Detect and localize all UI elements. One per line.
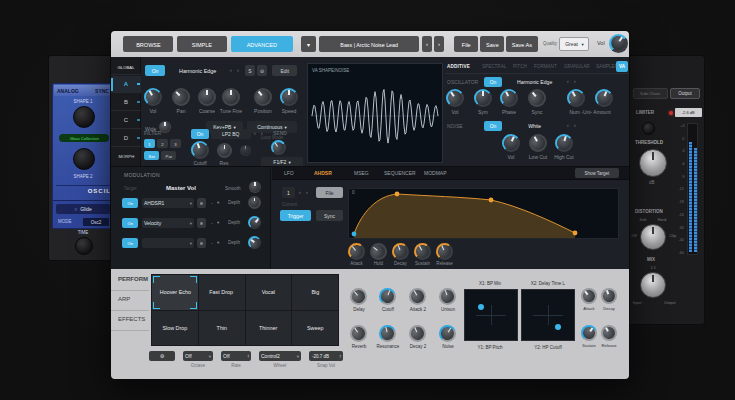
tab-ahdsr[interactable]: AHDSR: [314, 170, 332, 176]
noise-next-icon[interactable]: ›: [574, 122, 576, 128]
mod-row1-shape-chevron[interactable]: ▾: [217, 200, 219, 205]
osc-vol-knob[interactable]: [446, 89, 464, 107]
env-release-knob[interactable]: [436, 243, 453, 260]
filter-serial-button[interactable]: Ser: [144, 151, 159, 160]
env-index-box[interactable]: 1: [282, 187, 295, 198]
osc-phase-knob[interactable]: [500, 89, 518, 107]
env-decay-knob[interactable]: [392, 243, 409, 260]
perform-settings-button[interactable]: ⚙: [149, 351, 175, 361]
send-knob[interactable]: [271, 140, 286, 155]
source-coarse-knob[interactable]: [198, 88, 216, 106]
snap-vol-stepper[interactable]: -20.7 dB▴▾: [309, 351, 343, 361]
source-vol-knob[interactable]: [144, 88, 162, 106]
source-speed-knob[interactable]: [280, 88, 298, 106]
rate-stepper[interactable]: Off▴▾: [221, 351, 251, 361]
osc-on-button[interactable]: On: [484, 77, 502, 87]
perform-attack2-knob[interactable]: [409, 288, 426, 305]
source-position-knob[interactable]: [254, 88, 272, 106]
va-tab-sampler[interactable]: SAMPLER: [596, 64, 618, 69]
perform-unison-knob[interactable]: [439, 288, 456, 305]
xy2-handle[interactable]: [555, 324, 561, 330]
mix-knob[interactable]: [640, 272, 666, 298]
osc-prev-icon[interactable]: ‹: [567, 78, 569, 84]
tab-effects[interactable]: EFFECTS: [118, 316, 145, 322]
mod-row3-shape[interactable]: -: [208, 238, 216, 248]
source-edit-button[interactable]: Edit: [272, 65, 297, 76]
env-sustain-knob[interactable]: [414, 243, 431, 260]
shape2-knob[interactable]: [73, 148, 95, 170]
mod-row2-e-button[interactable]: E: [197, 218, 206, 228]
mod-row3-depth-knob[interactable]: [248, 236, 261, 249]
noise-vol-knob[interactable]: [502, 134, 520, 152]
wheel-dropdown[interactable]: Control2▾: [259, 351, 301, 361]
osc-type-dropdown[interactable]: Harmonic Edge: [505, 77, 565, 87]
tab-modmap[interactable]: MODMAP: [424, 170, 447, 176]
osc-uni-num-knob[interactable]: [567, 89, 585, 107]
stepper-down-icon[interactable]: ▾: [247, 356, 249, 358]
va-tab-pitch[interactable]: PITCH: [513, 64, 527, 69]
osc-uni-amount-knob[interactable]: [595, 89, 613, 107]
perform-release-knob[interactable]: [601, 325, 617, 341]
mod-row2-on[interactable]: On: [122, 218, 138, 228]
filter-parallel-button[interactable]: Par: [161, 151, 176, 160]
nav-global[interactable]: GLOBAL: [111, 60, 141, 75]
perform-delay-knob[interactable]: [350, 288, 367, 305]
osc-next-icon[interactable]: ›: [574, 78, 576, 84]
octave-dropdown[interactable]: Off▾: [183, 351, 213, 361]
save-button[interactable]: Save: [480, 36, 504, 52]
mod-row2-shape-chevron[interactable]: ▾: [217, 220, 219, 225]
save-as-button[interactable]: Save As: [506, 36, 538, 52]
master-volume-knob[interactable]: [609, 34, 628, 53]
xy-pad-2[interactable]: [521, 289, 575, 341]
tab-perform[interactable]: PERFORM: [118, 276, 148, 282]
source-fine-knob[interactable]: [222, 88, 240, 106]
xy-pad-1[interactable]: [464, 289, 518, 341]
limiter-knob[interactable]: [642, 122, 655, 135]
threshold-knob[interactable]: [639, 149, 667, 177]
noise-lowcut-knob[interactable]: [529, 134, 547, 152]
filter-slot-1[interactable]: 1: [144, 139, 155, 148]
pad-big[interactable]: Big: [292, 275, 338, 310]
file-button[interactable]: File: [454, 36, 478, 52]
filter-slot-3[interactable]: 3: [170, 139, 181, 148]
pad-fast-drop[interactable]: Fast Drop: [199, 275, 245, 310]
show-target-button[interactable]: Show Target: [575, 168, 619, 178]
pad-slow-drop[interactable]: Slow Drop: [152, 311, 198, 346]
va-tab-granular[interactable]: GRANULAR: [564, 64, 590, 69]
perform-attack-knob[interactable]: [581, 288, 597, 304]
tab-arp[interactable]: ARP: [118, 296, 130, 302]
noise-type-dropdown[interactable]: White: [505, 121, 565, 131]
filter-on-button[interactable]: On: [191, 129, 209, 139]
env-prev-icon[interactable]: ‹: [299, 189, 301, 195]
env-file-button[interactable]: File: [316, 187, 343, 198]
source-pan-knob[interactable]: [172, 88, 190, 106]
perform-resonance-knob[interactable]: [379, 325, 396, 342]
perform-noise-knob[interactable]: [439, 325, 456, 342]
browse-button[interactable]: BROWSE: [123, 36, 173, 52]
nav-source-b[interactable]: B: [111, 94, 141, 111]
va-tab-va[interactable]: VA: [616, 61, 628, 72]
mod-row1-source[interactable]: AHDSR1▾: [142, 198, 194, 208]
osc-sync-knob[interactable]: [528, 89, 546, 107]
mod-row3-on[interactable]: On: [122, 238, 138, 248]
nav-source-c[interactable]: C: [111, 112, 141, 129]
pad-hoover-echo[interactable]: Hoover Echo: [152, 275, 198, 310]
pad-vocal[interactable]: Vocal: [246, 275, 292, 310]
mode-value[interactable]: Osc2: [83, 218, 109, 226]
glass-collection-badge[interactable]: Glass Collection: [59, 134, 109, 142]
pad-thinner[interactable]: Thinner: [246, 311, 292, 346]
mod-row2-source[interactable]: Velocity▾: [142, 218, 194, 228]
filter-cutoff-knob[interactable]: [191, 141, 209, 159]
perform-decay-knob[interactable]: [601, 288, 617, 304]
va-tab-additive[interactable]: ADDITIVE: [447, 64, 470, 69]
preset-prev-button[interactable]: ‹: [422, 36, 432, 52]
gain-readout[interactable]: -2.6 dB: [675, 108, 702, 117]
filter-prev-icon[interactable]: ‹: [254, 130, 256, 136]
tab-sequencer[interactable]: SEQUENCER: [384, 170, 416, 176]
noise-prev-icon[interactable]: ‹: [567, 122, 569, 128]
nav-morph[interactable]: MORPH: [111, 148, 141, 163]
env-next-icon[interactable]: ›: [306, 189, 308, 195]
env-attack-knob[interactable]: [348, 243, 365, 260]
source-on-button[interactable]: On: [145, 65, 165, 76]
glide-header[interactable]: ○ Glide: [56, 204, 110, 214]
